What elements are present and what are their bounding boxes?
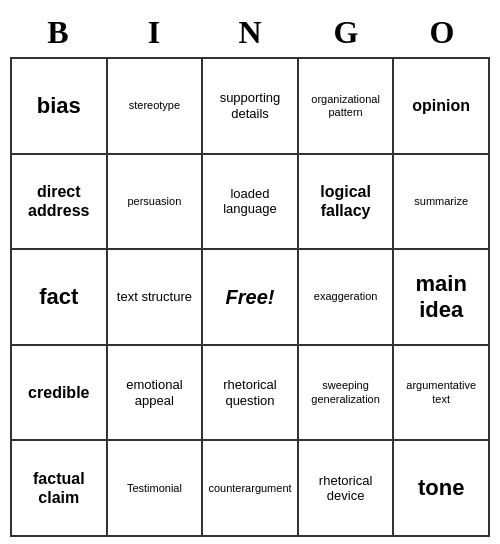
bingo-cell-0: bias <box>12 59 108 155</box>
cell-text-15: credible <box>28 383 89 402</box>
cell-text-12: Free! <box>226 285 275 309</box>
bingo-cell-10: fact <box>12 250 108 346</box>
cell-text-16: emotional appeal <box>112 377 198 408</box>
cell-text-9: summarize <box>414 195 468 208</box>
bingo-grid: biasstereotypesupporting detailsorganiza… <box>10 57 490 537</box>
bingo-cell-17: rhetorical question <box>203 346 299 442</box>
header-letter-o: O <box>394 7 490 57</box>
bingo-cell-15: credible <box>12 346 108 442</box>
cell-text-14: main idea <box>398 271 484 324</box>
bingo-cell-6: persuasion <box>108 155 204 251</box>
header-letter-i: I <box>106 7 202 57</box>
bingo-header: BINGO <box>10 7 490 57</box>
bingo-cell-1: stereotype <box>108 59 204 155</box>
bingo-cell-12: Free! <box>203 250 299 346</box>
bingo-cell-21: Testimonial <box>108 441 204 537</box>
bingo-cell-24: tone <box>394 441 490 537</box>
header-letter-n: N <box>202 7 298 57</box>
bingo-cell-9: summarize <box>394 155 490 251</box>
cell-text-8: logical fallacy <box>303 182 389 220</box>
bingo-cell-20: factual claim <box>12 441 108 537</box>
cell-text-18: sweeping generalization <box>303 379 389 405</box>
header-letter-g: G <box>298 7 394 57</box>
bingo-cell-23: rhetorical device <box>299 441 395 537</box>
cell-text-6: persuasion <box>127 195 181 208</box>
bingo-cell-18: sweeping generalization <box>299 346 395 442</box>
cell-text-22: counterargument <box>208 482 291 495</box>
cell-text-5: direct address <box>16 182 102 220</box>
cell-text-4: opinion <box>412 96 470 115</box>
bingo-card: BINGO biasstereotypesupporting detailsor… <box>10 7 490 537</box>
cell-text-21: Testimonial <box>127 482 182 495</box>
bingo-cell-4: opinion <box>394 59 490 155</box>
bingo-cell-11: text structure <box>108 250 204 346</box>
bingo-cell-5: direct address <box>12 155 108 251</box>
bingo-cell-13: exaggeration <box>299 250 395 346</box>
bingo-cell-19: argumentative text <box>394 346 490 442</box>
cell-text-2: supporting details <box>207 90 293 121</box>
bingo-cell-3: organizational pattern <box>299 59 395 155</box>
cell-text-11: text structure <box>117 289 192 305</box>
cell-text-19: argumentative text <box>398 379 484 405</box>
header-letter-b: B <box>10 7 106 57</box>
cell-text-1: stereotype <box>129 99 180 112</box>
bingo-cell-16: emotional appeal <box>108 346 204 442</box>
cell-text-7: loaded language <box>207 186 293 217</box>
cell-text-23: rhetorical device <box>303 473 389 504</box>
bingo-cell-2: supporting details <box>203 59 299 155</box>
cell-text-0: bias <box>37 93 81 119</box>
cell-text-24: tone <box>418 475 464 501</box>
cell-text-17: rhetorical question <box>207 377 293 408</box>
bingo-cell-8: logical fallacy <box>299 155 395 251</box>
cell-text-20: factual claim <box>16 469 102 507</box>
bingo-cell-14: main idea <box>394 250 490 346</box>
cell-text-13: exaggeration <box>314 290 378 303</box>
cell-text-3: organizational pattern <box>303 93 389 119</box>
bingo-cell-7: loaded language <box>203 155 299 251</box>
cell-text-10: fact <box>39 284 78 310</box>
bingo-cell-22: counterargument <box>203 441 299 537</box>
